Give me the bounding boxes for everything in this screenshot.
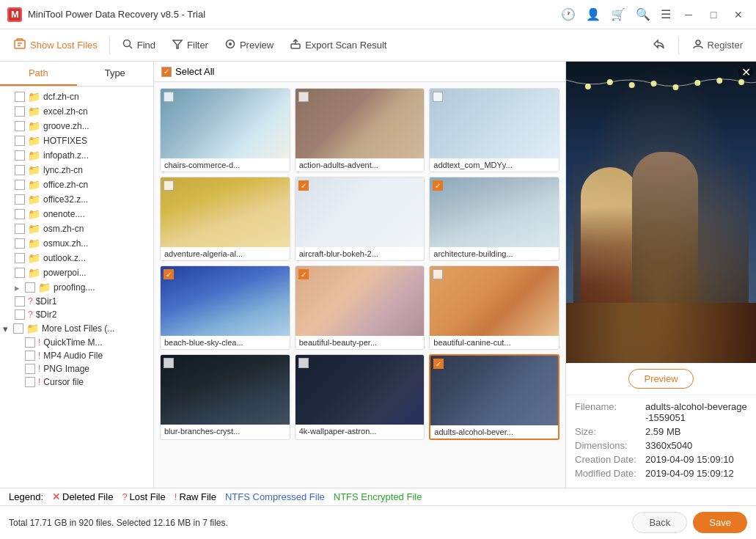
tree-item[interactable]: 📁 dcf.zh-cn	[0, 89, 153, 104]
tree-area[interactable]: 📁 dcf.zh-cn 📁 excel.zh-cn 📁 groove.zh...…	[0, 87, 153, 488]
preview-toolbar-button[interactable]: Preview	[217, 34, 281, 56]
select-all-checkbox[interactable]: ✓	[161, 67, 172, 77]
menu-icon[interactable]: ☰	[658, 4, 674, 24]
tree-item[interactable]: ! PNG Image	[0, 362, 153, 375]
export-icon	[290, 38, 301, 53]
expand-icon[interactable]: ▸	[15, 282, 23, 293]
close-button[interactable]: ✕	[728, 4, 749, 25]
tree-item[interactable]: 📁 osmux.zh...	[0, 236, 153, 251]
tree-checkbox[interactable]	[25, 377, 35, 387]
zoom-icon[interactable]: 🔍	[633, 4, 653, 24]
tree-checkbox[interactable]	[25, 364, 35, 374]
tree-checkbox[interactable]	[15, 92, 25, 102]
preview-close-button[interactable]: ✕	[738, 65, 753, 79]
preview-button[interactable]: Preview	[628, 369, 693, 389]
thumb-checkbox[interactable]: ✓	[298, 180, 309, 191]
thumb-checkbox[interactable]	[433, 269, 443, 279]
tree-checkbox[interactable]	[15, 296, 25, 307]
folder-icon: 📁	[28, 120, 40, 132]
thumb-checkbox[interactable]: ✓	[164, 269, 174, 279]
tree-checkbox[interactable]	[25, 351, 35, 361]
cart-icon[interactable]: 🛒	[608, 4, 628, 24]
thumb-checkbox[interactable]: ✓	[433, 359, 444, 369]
file-thumbnail-selected[interactable]: ✓ adults-alcohol-bever...	[429, 354, 559, 440]
file-thumbnail[interactable]: blur-branches-cryst...	[160, 354, 290, 440]
tab-type[interactable]: Type	[77, 62, 154, 86]
register-button[interactable]: Register	[685, 34, 750, 56]
tree-checkbox[interactable]	[15, 121, 25, 131]
tree-item[interactable]: 📁 infopath.z...	[0, 148, 153, 163]
show-lost-files-button[interactable]: Show Lost Files	[6, 34, 105, 57]
tree-checkbox[interactable]	[15, 165, 25, 175]
file-thumbnail[interactable]: ✓ beach-blue-sky-clea...	[160, 265, 290, 350]
svg-line-6	[129, 45, 132, 48]
tree-item[interactable]: 📁 HOTFIXES	[0, 133, 153, 148]
file-thumbnail[interactable]: beautiful-canine-cut...	[429, 265, 559, 350]
thumb-checkbox[interactable]	[164, 180, 174, 191]
tree-item[interactable]: 📁 outlook.z...	[0, 251, 153, 265]
tree-checkbox[interactable]	[15, 180, 25, 190]
tree-item[interactable]: ? $Dir2	[0, 308, 153, 321]
file-thumbnail[interactable]: ✓ aircraft-blur-bokeh-2...	[295, 177, 425, 261]
file-thumbnail[interactable]: ✓ architecture-building...	[429, 177, 559, 261]
raw-icon: !	[175, 491, 177, 502]
tab-path[interactable]: Path	[0, 62, 77, 86]
save-button[interactable]: Save	[693, 512, 747, 533]
file-thumbnail[interactable]: addtext_com_MDYy...	[429, 88, 559, 172]
back-button[interactable]: Back	[632, 512, 687, 533]
tree-item[interactable]: ? $Dir1	[0, 295, 153, 308]
clock-icon[interactable]: 🕐	[558, 4, 579, 24]
tree-item[interactable]: ! MP4 Audio File	[0, 349, 153, 362]
tree-item[interactable]: 📁 powerpoi...	[0, 265, 153, 280]
tree-checkbox[interactable]	[13, 323, 23, 334]
export-scan-button[interactable]: Export Scan Result	[282, 34, 394, 56]
file-thumbnail[interactable]: ✓ beautiful-beauty-per...	[295, 265, 425, 350]
maximize-button[interactable]: □	[703, 4, 724, 25]
filter-button[interactable]: Filter	[164, 34, 216, 56]
thumb-checkbox[interactable]	[164, 358, 174, 368]
expand-icon[interactable]: ▾	[3, 323, 12, 334]
tree-item[interactable]: 📁 lync.zh-cn	[0, 163, 153, 177]
file-thumbnail[interactable]: 4k-wallpaper-astron...	[295, 354, 425, 440]
tree-item[interactable]: ! QuickTime M...	[0, 336, 153, 349]
more-lost-files-item[interactable]: ▾ 📁 More Lost Files (...	[0, 321, 153, 336]
tree-checkbox[interactable]	[15, 224, 25, 234]
tree-item[interactable]: ! Cursor file	[0, 375, 153, 389]
user-icon[interactable]: 👤	[583, 4, 603, 24]
preview-label: Preview	[240, 40, 274, 51]
share-button[interactable]	[645, 34, 672, 56]
file-thumbnail[interactable]: chairs-commerce-d...	[160, 88, 290, 172]
tree-checkbox[interactable]	[15, 136, 25, 146]
thumb-checkbox[interactable]: ✓	[298, 269, 309, 279]
thumb-checkbox[interactable]	[433, 92, 443, 102]
file-thumbnail[interactable]: adventure-algeria-al...	[160, 177, 290, 261]
file-red-icon: !	[38, 377, 40, 387]
tree-checkbox[interactable]	[15, 309, 25, 320]
tree-checkbox[interactable]	[15, 238, 25, 249]
tree-item[interactable]: 📁 excel.zh-cn	[0, 104, 153, 119]
tree-checkbox[interactable]	[15, 209, 25, 219]
thumb-checkbox[interactable]: ✓	[433, 180, 443, 191]
tree-checkbox[interactable]	[15, 106, 25, 117]
tree-checkbox[interactable]	[25, 282, 35, 293]
tree-item[interactable]: 📁 onenote....	[0, 207, 153, 221]
tree-checkbox[interactable]	[15, 194, 25, 205]
tree-item[interactable]: ▸ 📁 proofing....	[0, 280, 153, 295]
tree-checkbox[interactable]	[15, 150, 25, 161]
thumb-checkbox[interactable]	[298, 358, 309, 368]
tree-checkbox[interactable]	[15, 268, 25, 278]
minimize-button[interactable]: ─	[678, 4, 699, 25]
thumb-image: ✓	[161, 266, 290, 336]
tree-checkbox[interactable]	[15, 253, 25, 263]
select-all-check[interactable]: ✓ Select All	[161, 66, 214, 77]
thumb-checkbox[interactable]	[298, 92, 309, 102]
tree-checkbox[interactable]	[25, 337, 35, 348]
find-button[interactable]: Find	[114, 34, 163, 56]
file-thumbnail[interactable]: action-adults-advent...	[295, 88, 425, 172]
tree-item[interactable]: 📁 groove.zh...	[0, 119, 153, 133]
tree-item[interactable]: 📁 osm.zh-cn	[0, 221, 153, 236]
thumb-checkbox[interactable]	[164, 92, 174, 102]
tree-item[interactable]: 📁 office.zh-cn	[0, 177, 153, 192]
tree-label: infopath.z...	[43, 150, 89, 161]
tree-item[interactable]: 📁 office32.z...	[0, 192, 153, 207]
